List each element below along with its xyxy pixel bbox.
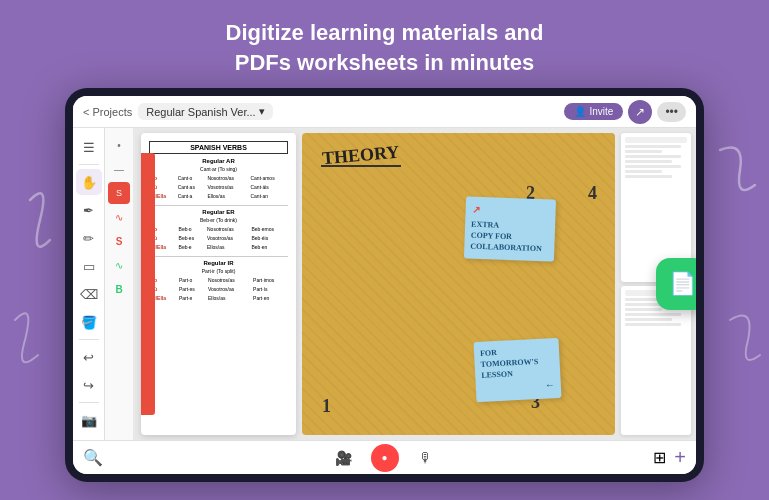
header-line2: PDFs worksheets in minutes <box>0 48 769 78</box>
divider2 <box>79 339 99 340</box>
shape-tool[interactable]: ▭ <box>76 253 102 279</box>
style4-btn[interactable]: S <box>108 230 130 252</box>
menu-tool[interactable]: ☰ <box>76 134 102 160</box>
table-row: Él/EllaCant·a Ellos/asCant·an <box>149 192 288 201</box>
undo-tool[interactable]: ↩ <box>76 344 102 370</box>
worksheet-container: SPANISH VERBS Regular AR Cant·ar (To sin… <box>141 133 691 435</box>
zoom-button[interactable]: 🔍 <box>83 448 103 467</box>
left-toolbar: ☰ ✋ ✒ ✏ ▭ ⌫ 🪣 ↩ ↪ 📷 <box>73 128 105 440</box>
table-row: YoCant·o Nosotros/asCant·amos <box>149 174 288 183</box>
number-4-label: 4 <box>588 183 597 204</box>
header-line1: Digitize learning materials and <box>0 18 769 48</box>
chevron-down-icon: ▾ <box>259 105 265 118</box>
fill-tool[interactable]: 🪣 <box>76 309 102 335</box>
main-area: ☰ ✋ ✒ ✏ ▭ ⌫ 🪣 ↩ ↪ 📷 • — S ∿ S <box>73 128 696 440</box>
red-accent-bar <box>141 153 155 415</box>
divider1 <box>79 164 99 165</box>
share-button[interactable]: ↗ <box>628 100 652 124</box>
ar-table: YoCant·o Nosotros/asCant·amos TúCant·as … <box>149 174 288 201</box>
ar-sub: Cant·ar (To sing) <box>149 166 288 172</box>
ir-heading: Regular IR <box>149 260 288 266</box>
divider2 <box>149 256 288 257</box>
er-heading: Regular ER <box>149 209 288 215</box>
eraser-tool[interactable]: ⌫ <box>76 281 102 307</box>
doc-name-dropdown[interactable]: Regular Spanish Ver... ▾ <box>138 103 272 120</box>
doc-name-label: Regular Spanish Ver... <box>146 106 255 118</box>
camera-tool[interactable]: 📷 <box>76 407 102 433</box>
invite-label: Invite <box>589 106 613 117</box>
zoom-icon: 🔍 <box>83 449 103 466</box>
number-1-label: 1 <box>322 396 331 417</box>
more-options-button[interactable]: ••• <box>657 102 686 122</box>
pencil-tool[interactable]: ✏ <box>76 225 102 251</box>
style2-btn[interactable]: — <box>108 158 130 180</box>
table-row: Él/EllaBeb·e Ellos/asBeb·en <box>149 243 288 252</box>
second-toolbar: • — S ∿ S ∿ B <box>105 128 133 440</box>
pen-tool[interactable]: ✒ <box>76 197 102 223</box>
collaboration-sticky: ↗ EXTRA COPY FOR COLLABORATION <box>464 196 556 261</box>
bottom-bar: 🔍 🎥 ● 🎙 ⊞ + <box>73 440 696 474</box>
record-button[interactable]: ● <box>371 444 399 472</box>
document-icon: 📄 <box>669 271 696 297</box>
cork-texture <box>302 133 615 435</box>
dots-icon: ••• <box>665 105 678 119</box>
table-row: YoBeb·o Nosotros/asBeb·emos <box>149 225 288 234</box>
bottom-bar-right: ⊞ + <box>653 446 686 469</box>
add-page-button[interactable]: + <box>674 446 686 469</box>
person-icon: 👤 <box>574 106 586 117</box>
top-bar: < Projects Regular Spanish Ver... ▾ 👤 In… <box>73 96 696 128</box>
table-row: TúPart·es Vosotros/asPart·ís <box>149 285 288 294</box>
header-section: Digitize learning materials and PDFs wor… <box>0 18 769 77</box>
back-button[interactable]: < Projects <box>83 106 132 118</box>
video-icon: 🎥 <box>335 450 352 466</box>
video-button[interactable]: 🎥 <box>331 445 357 471</box>
style5-btn[interactable]: ∿ <box>108 254 130 276</box>
tomorrows-lesson-sticky: FOR TOMORROW'S LESSON ← <box>473 338 561 402</box>
mic-icon: 🎙 <box>419 450 433 466</box>
ar-heading: Regular AR <box>149 158 288 164</box>
style6-btn[interactable]: B <box>108 278 130 300</box>
back-label: < Projects <box>83 106 132 118</box>
divider <box>149 205 288 206</box>
mic-button[interactable]: 🎙 <box>413 445 439 471</box>
cork-board: THEORY 1 2 3 4 <box>302 133 615 435</box>
style1-btn[interactable]: • <box>108 134 130 156</box>
record-icon: ● <box>381 452 387 463</box>
tablet-frame: < Projects Regular Spanish Ver... ▾ 👤 In… <box>65 88 704 482</box>
redo-tool[interactable]: ↪ <box>76 372 102 398</box>
highlight-btn[interactable]: S <box>108 182 130 204</box>
sticky-line3: COLLABORATION <box>470 241 548 255</box>
er-table: YoBeb·o Nosotros/asBeb·emos TúBeb·es Vos… <box>149 225 288 252</box>
tablet-screen: < Projects Regular Spanish Ver... ▾ 👤 In… <box>73 96 696 474</box>
ir-table: YoPart·o Nosotros/asPart·imos TúPart·es … <box>149 276 288 303</box>
top-bar-right: 👤 Invite ↗ ••• <box>564 100 686 124</box>
table-row: Él/EllaPart·e Ellos/asPart·en <box>149 294 288 303</box>
fab-document-button[interactable]: 📄 <box>656 258 696 310</box>
main-worksheet: SPANISH VERBS Regular AR Cant·ar (To sin… <box>141 133 296 435</box>
table-row: TúCant·as Vosotros/asCant·áis <box>149 183 288 192</box>
divider3 <box>79 402 99 403</box>
share-icon: ↗ <box>635 105 645 119</box>
worksheet-title: SPANISH VERBS <box>149 141 288 154</box>
ir-sub: Part·ir (To split) <box>149 268 288 274</box>
table-row: TúBeb·es Vosotros/asBeb·éis <box>149 234 288 243</box>
er-sub: Beb·er (To drink) <box>149 217 288 223</box>
pages-button[interactable]: ⊞ <box>653 448 666 467</box>
style3-btn[interactable]: ∿ <box>108 206 130 228</box>
table-row: YoPart·o Nosotros/asPart·imos <box>149 276 288 285</box>
canvas-area[interactable]: SPANISH VERBS Regular AR Cant·ar (To sin… <box>133 128 696 440</box>
invite-button[interactable]: 👤 Invite <box>564 103 623 120</box>
sheet-header <box>625 137 687 143</box>
hand-tool[interactable]: ✋ <box>76 169 102 195</box>
